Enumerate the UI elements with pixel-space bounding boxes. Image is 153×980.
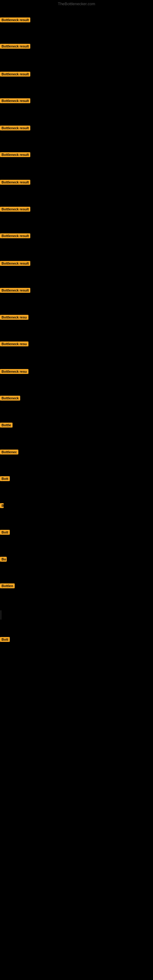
result-item-20: Bo xyxy=(0,557,7,563)
bottleneck-badge-7: Bottleneck result xyxy=(0,207,30,212)
bottleneck-badge-8: Bottleneck result xyxy=(0,233,30,238)
result-item-17: Bott xyxy=(0,476,10,482)
result-item-7: Bottleneck result xyxy=(0,207,30,213)
result-item-4: Bottleneck result xyxy=(0,126,30,132)
result-item-11: Bottleneck resu xyxy=(0,315,29,321)
site-title: TheBottlenecker.com xyxy=(0,2,153,6)
result-item-19: Bott xyxy=(0,530,10,536)
result-item-8: Bottleneck result xyxy=(0,233,30,240)
bottleneck-badge-20: Bo xyxy=(0,557,7,562)
result-item-16: Bottlenec xyxy=(0,450,18,456)
bottleneck-badge-4: Bottleneck result xyxy=(0,126,30,130)
vertical-line-22 xyxy=(1,610,1,620)
result-item-23: Bott xyxy=(0,637,10,643)
result-item-5: Bottleneck result xyxy=(0,152,30,158)
bottleneck-badge-12: Bottleneck resu xyxy=(0,342,29,346)
result-item-1: Bottleneck result xyxy=(0,44,30,50)
bottleneck-badge-0: Bottleneck result xyxy=(0,18,30,22)
bottleneck-badge-3: Bottleneck result xyxy=(0,98,30,103)
result-item-13: Bottleneck resu xyxy=(0,369,29,375)
bottleneck-badge-15: Bottle xyxy=(0,423,13,428)
result-item-2: Bottleneck result xyxy=(0,72,30,78)
result-item-6: Bottleneck result xyxy=(0,180,30,186)
result-item-14: Bottleneck xyxy=(0,396,20,402)
bottleneck-badge-13: Bottleneck resu xyxy=(0,369,29,374)
result-item-15: Bottle xyxy=(0,423,13,429)
bottleneck-badge-9: Bottleneck result xyxy=(0,261,30,266)
result-item-9: Bottleneck result xyxy=(0,261,30,267)
bottleneck-badge-16: Bottlenec xyxy=(0,450,18,455)
bottleneck-badge-21: Bottlen xyxy=(0,584,15,588)
result-item-0: Bottleneck result xyxy=(0,18,30,24)
bottleneck-badge-6: Bottleneck result xyxy=(0,180,30,185)
bottleneck-badge-23: Bott xyxy=(0,637,10,642)
bottleneck-badge-1: Bottleneck result xyxy=(0,44,30,49)
bottleneck-badge-17: Bott xyxy=(0,476,10,481)
bottleneck-badge-5: Bottleneck result xyxy=(0,152,30,157)
result-item-3: Bottleneck result xyxy=(0,98,30,105)
bottleneck-badge-19: Bott xyxy=(0,530,10,535)
bottleneck-badge-2: Bottleneck result xyxy=(0,72,30,76)
bottleneck-badge-18: B xyxy=(0,503,4,508)
bottleneck-badge-14: Bottleneck xyxy=(0,396,20,401)
bottleneck-badge-11: Bottleneck resu xyxy=(0,315,29,320)
result-item-21: Bottlen xyxy=(0,584,15,590)
result-item-18: B xyxy=(0,503,4,509)
result-item-12: Bottleneck resu xyxy=(0,342,29,348)
result-item-10: Bottleneck result xyxy=(0,288,30,294)
bottleneck-badge-10: Bottleneck result xyxy=(0,288,30,293)
